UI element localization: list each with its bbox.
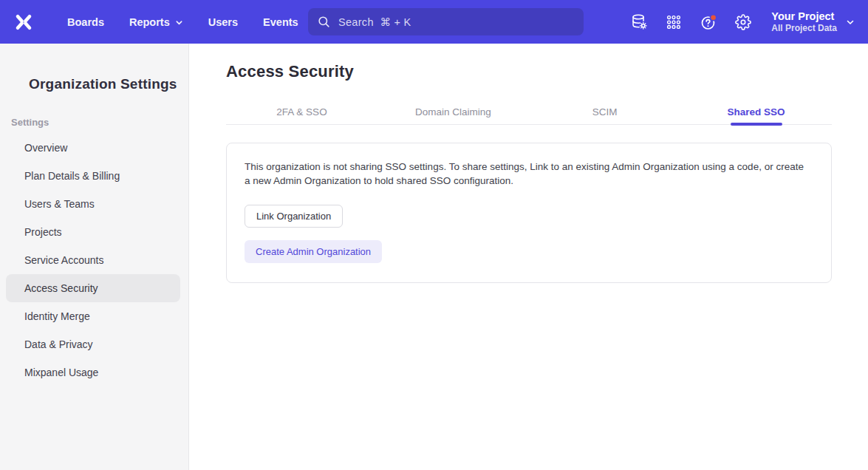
link-organization-button[interactable]: Link Organization — [245, 205, 343, 228]
sidebar-section-label: Settings — [11, 117, 188, 128]
tab-2fa-sso[interactable]: 2FA & SSO — [226, 99, 377, 124]
mixpanel-logo[interactable] — [13, 11, 35, 33]
project-scope: All Project Data — [771, 23, 837, 34]
project-switcher[interactable]: Your Project All Project Data — [771, 10, 855, 34]
org-settings-sidebar: Organization Settings Settings Overview … — [0, 44, 189, 470]
tab-scim[interactable]: SCIM — [529, 99, 680, 124]
tab-domain-claiming[interactable]: Domain Claiming — [377, 99, 529, 124]
help-icon[interactable] — [696, 10, 721, 35]
primary-nav-links: Boards Reports Users Events — [60, 10, 306, 34]
nav-link-boards[interactable]: Boards — [60, 10, 112, 34]
global-search[interactable] — [308, 8, 584, 35]
access-security-tabs: 2FA & SSO Domain Claiming SCIM Shared SS… — [226, 99, 832, 125]
shared-sso-description: This organization is not sharing SSO set… — [245, 160, 807, 188]
nav-link-label: Events — [263, 16, 298, 28]
chevron-down-icon — [846, 18, 855, 27]
nav-link-events[interactable]: Events — [256, 10, 306, 34]
chevron-down-icon — [175, 18, 183, 27]
project-names: Your Project All Project Data — [771, 10, 837, 34]
sidebar-item-identity-merge[interactable]: Identity Merge — [0, 302, 188, 330]
sidebar-item-overview[interactable]: Overview — [0, 134, 188, 162]
apps-grid-icon[interactable] — [661, 10, 686, 35]
sidebar-item-access-security[interactable]: Access Security — [6, 274, 180, 302]
create-admin-organization-button[interactable]: Create Admin Organization — [245, 240, 382, 263]
sidebar-title: Organization Settings — [29, 76, 188, 92]
page-title: Access Security — [226, 62, 868, 81]
tab-shared-sso[interactable]: Shared SSO — [680, 99, 832, 124]
sidebar-item-plan-details-billing[interactable]: Plan Details & Billing — [0, 162, 188, 190]
project-name: Your Project — [771, 10, 834, 23]
nav-right-cluster: Your Project All Project Data — [626, 0, 855, 44]
search-icon — [317, 15, 331, 29]
main-content: Access Security 2FA & SSO Domain Claimin… — [190, 44, 868, 470]
shared-sso-card: This organization is not sharing SSO set… — [226, 143, 832, 283]
sidebar-item-data-privacy[interactable]: Data & Privacy — [0, 330, 188, 358]
nav-link-label: Users — [208, 16, 238, 28]
top-navigation-bar: Boards Reports Users Events — [0, 0, 868, 44]
settings-gear-icon[interactable] — [731, 10, 756, 35]
sidebar-item-service-accounts[interactable]: Service Accounts — [0, 246, 188, 274]
nav-link-label: Boards — [67, 16, 104, 28]
nav-link-label: Reports — [129, 16, 170, 28]
tab-label: Shared SSO — [727, 106, 785, 117]
nav-link-users[interactable]: Users — [201, 10, 245, 34]
data-management-icon[interactable] — [626, 10, 652, 35]
sidebar-item-projects[interactable]: Projects — [0, 218, 188, 246]
sidebar-item-mixpanel-usage[interactable]: Mixpanel Usage — [0, 358, 188, 386]
notification-badge — [711, 14, 717, 20]
search-input[interactable] — [338, 16, 560, 28]
nav-link-reports[interactable]: Reports — [122, 10, 191, 34]
sidebar-nav-list: Overview Plan Details & Billing Users & … — [0, 134, 188, 386]
active-tab-underline — [731, 123, 782, 126]
sidebar-item-users-teams[interactable]: Users & Teams — [0, 190, 188, 218]
